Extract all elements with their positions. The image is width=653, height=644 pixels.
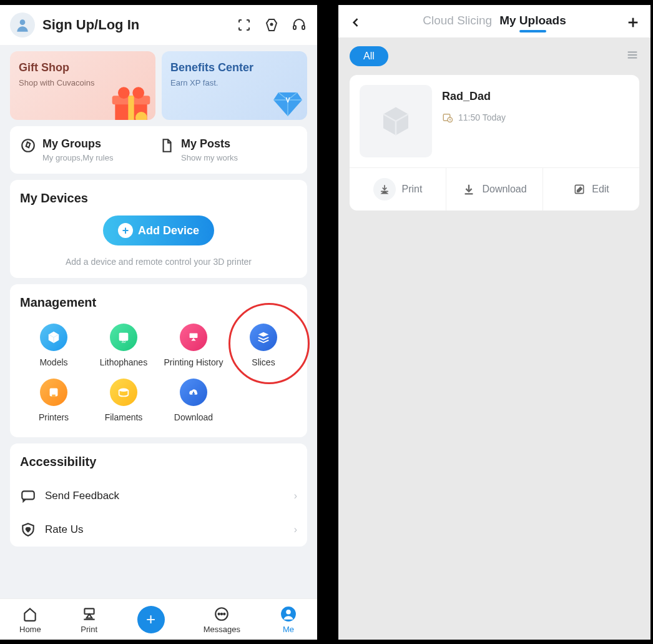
mgmt-download[interactable]: Download [160, 375, 227, 426]
groups-sub: My groups,My rules [42, 153, 113, 162]
devices-title: My Devices [20, 191, 297, 206]
devices-card: My Devices + Add Device Add a device and… [10, 180, 307, 278]
layers-icon [250, 324, 277, 351]
svg-point-24 [224, 613, 225, 615]
feedback-label: Send Feedback [45, 490, 285, 502]
messages-icon [212, 605, 231, 623]
mgmt-printing-history[interactable]: Printing History [160, 320, 227, 371]
nav-home[interactable]: Home [19, 605, 41, 634]
chat-icon [20, 488, 36, 504]
nav-add[interactable]: + [137, 606, 165, 633]
nav-print[interactable]: Print [80, 605, 99, 634]
shield-heart-icon [20, 522, 36, 538]
plus-icon: + [137, 606, 165, 633]
me-icon [279, 605, 298, 623]
signin-button[interactable]: Sign Up/Log In [42, 17, 236, 33]
edit-icon [573, 183, 586, 196]
home-icon [21, 605, 39, 623]
settings-hex-icon[interactable] [263, 17, 280, 33]
mgmt-filaments[interactable]: Filaments [90, 375, 157, 426]
gift-shop-card[interactable]: Gift Shop Shop with Cuvacoins [10, 51, 155, 120]
download-icon [462, 182, 476, 196]
mgmt-slices[interactable]: Slices [230, 320, 297, 371]
svg-point-17 [119, 389, 129, 392]
menu-icon [626, 48, 639, 62]
mgmt-label: Download [174, 412, 213, 422]
accessibility-title: Accessibility [20, 455, 297, 469]
download-cloud-icon [180, 379, 207, 406]
action-edit[interactable]: Edit [543, 168, 639, 211]
plus-icon: + [118, 223, 133, 238]
print-icon [80, 605, 99, 623]
calendar-clock-icon [442, 112, 453, 123]
printer-history-icon [180, 324, 207, 351]
svg-rect-14 [190, 334, 198, 338]
svg-text:3D: 3D [121, 340, 125, 344]
nav-print-label: Print [81, 625, 97, 634]
action-print[interactable]: Print [350, 168, 446, 211]
mgmt-label: Printers [39, 412, 69, 422]
my-posts-button[interactable]: My Posts Show my works [159, 137, 297, 162]
action-download-label: Download [482, 184, 526, 195]
groups-posts-card: My Groups My groups,My rules My Posts Sh… [10, 126, 307, 174]
upload-item-card: Rad_Dad 11:50 Today Print Download Edit [350, 75, 639, 211]
avatar[interactable] [10, 12, 35, 37]
uploads-screen: Cloud Slicing My Uploads All Rad_Dad 11:… [338, 5, 651, 640]
svg-rect-2 [293, 26, 296, 29]
add-device-button[interactable]: + Add Device [103, 215, 214, 245]
benefits-center-card[interactable]: Benefits Center Earn XP fast. V [162, 51, 307, 120]
mgmt-lithophanes[interactable]: 3D Lithophanes [90, 320, 157, 371]
print-icon [373, 178, 396, 201]
chevron-right-icon: › [294, 524, 297, 535]
management-card: Management Models 3D Lithophanes Printin… [10, 284, 307, 437]
gift-shop-title: Gift Shop [19, 61, 147, 74]
model-thumbnail[interactable] [360, 85, 432, 157]
posts-sub: Show my works [181, 153, 238, 162]
action-print-label: Print [402, 184, 423, 195]
profile-screen: Sign Up/Log In Gift Shop Shop with Cuvac… [0, 5, 317, 640]
person-icon [14, 17, 31, 33]
accessibility-card: Accessibility Send Feedback › Rate Us › [10, 443, 307, 547]
nav-me[interactable]: Me [279, 605, 298, 634]
chevron-left-icon [350, 16, 362, 29]
my-groups-button[interactable]: My Groups My groups,My rules [20, 137, 159, 162]
mgmt-label: Models [39, 357, 67, 367]
back-button[interactable] [347, 14, 365, 31]
tab-cloud-slicing[interactable]: Cloud Slicing [423, 14, 492, 31]
scan-icon[interactable] [236, 17, 252, 33]
spool-icon [110, 379, 137, 406]
mgmt-printers[interactable]: Printers [20, 375, 87, 426]
headset-icon[interactable] [291, 17, 307, 33]
rate-us-button[interactable]: Rate Us › [20, 513, 297, 547]
action-download[interactable]: Download [446, 168, 543, 211]
svg-point-1 [271, 24, 273, 26]
svg-point-8 [132, 87, 144, 99]
rate-label: Rate Us [45, 523, 285, 536]
printer-icon [40, 379, 67, 406]
cube-icon [40, 324, 67, 351]
mgmt-models[interactable]: Models [20, 320, 87, 371]
svg-point-7 [118, 87, 130, 99]
mgmt-label: Lithophanes [100, 357, 147, 367]
nav-me-label: Me [283, 625, 294, 634]
add-upload-button[interactable] [624, 14, 642, 31]
svg-point-23 [221, 613, 222, 615]
svg-rect-6 [128, 96, 134, 120]
header: Cloud Slicing My Uploads [338, 5, 651, 37]
add-device-label: Add Device [138, 224, 199, 237]
filter-all-pill[interactable]: All [350, 46, 388, 66]
bottom-nav: Home Print + Messages Me [0, 598, 317, 640]
list-menu-button[interactable] [626, 48, 639, 64]
devices-hint: Add a device and remote control your 3D … [20, 257, 297, 267]
benefits-sub: Earn XP fast. [170, 78, 298, 87]
plus-icon [626, 16, 640, 29]
document-icon [159, 137, 175, 154]
nav-messages[interactable]: Messages [204, 605, 240, 634]
mgmt-label: Printing History [164, 357, 223, 367]
posts-title: My Posts [181, 137, 238, 151]
svg-rect-18 [22, 491, 34, 499]
photo-3d-icon: 3D [110, 324, 137, 351]
tab-my-uploads[interactable]: My Uploads [499, 14, 566, 31]
svg-text:V: V [286, 97, 290, 104]
send-feedback-button[interactable]: Send Feedback › [20, 479, 297, 513]
